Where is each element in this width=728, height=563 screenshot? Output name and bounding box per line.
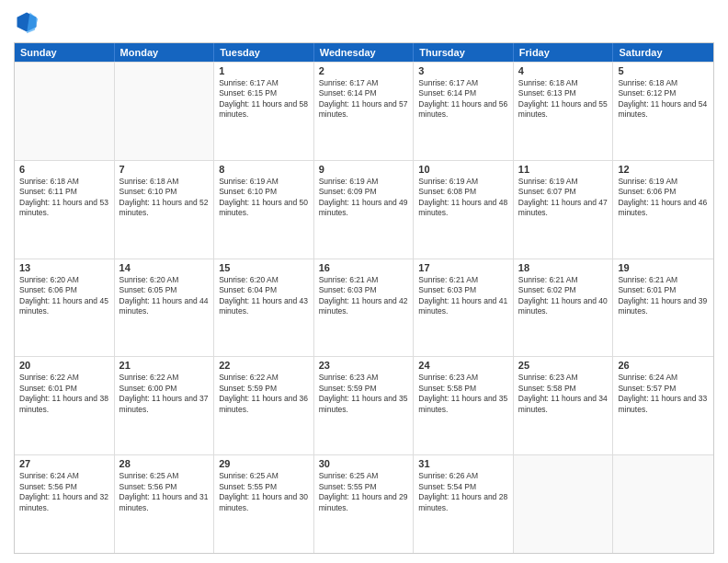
cell-content: Sunrise: 6:19 AM Sunset: 6:10 PM Dayligh… [219,177,309,219]
cal-header-monday: Monday [115,43,215,62]
cal-cell-18: 18Sunrise: 6:21 AM Sunset: 6:02 PM Dayli… [514,259,614,357]
day-number: 30 [319,458,409,469]
cal-header-thursday: Thursday [414,43,514,62]
cell-content: Sunrise: 6:24 AM Sunset: 5:57 PM Dayligh… [618,373,709,415]
cell-content: Sunrise: 6:17 AM Sunset: 6:14 PM Dayligh… [319,78,409,121]
cell-content: Sunrise: 6:23 AM Sunset: 5:58 PM Dayligh… [518,373,609,415]
cal-cell-27: 27Sunrise: 6:24 AM Sunset: 5:56 PM Dayli… [15,455,115,553]
cal-cell-20: 20Sunrise: 6:22 AM Sunset: 6:01 PM Dayli… [15,357,115,454]
cell-content: Sunrise: 6:23 AM Sunset: 5:59 PM Dayligh… [319,373,409,415]
cal-cell-1: 1Sunrise: 6:17 AM Sunset: 6:15 PM Daylig… [214,63,314,160]
week-row-4: 20Sunrise: 6:22 AM Sunset: 6:01 PM Dayli… [15,356,713,454]
day-number: 21 [119,360,210,371]
cell-content: Sunrise: 6:19 AM Sunset: 6:06 PM Dayligh… [618,177,709,219]
week-row-2: 6Sunrise: 6:18 AM Sunset: 6:11 PM Daylig… [15,160,713,259]
cell-content: Sunrise: 6:18 AM Sunset: 6:12 PM Dayligh… [618,78,709,121]
cal-cell-7: 7Sunrise: 6:18 AM Sunset: 6:10 PM Daylig… [115,161,215,259]
cal-header-tuesday: Tuesday [214,43,314,62]
calendar: SundayMondayTuesdayWednesdayThursdayFrid… [14,42,714,554]
day-number: 28 [119,458,210,469]
week-row-5: 27Sunrise: 6:24 AM Sunset: 5:56 PM Dayli… [15,454,713,553]
day-number: 7 [119,164,210,175]
cell-content: Sunrise: 6:26 AM Sunset: 5:54 PM Dayligh… [418,471,508,513]
cal-cell-31: 31Sunrise: 6:26 AM Sunset: 5:54 PM Dayli… [414,455,514,553]
day-number: 6 [19,164,109,175]
cal-header-wednesday: Wednesday [314,43,415,62]
page: SundayMondayTuesdayWednesdayThursdayFrid… [0,0,728,563]
cell-content: Sunrise: 6:23 AM Sunset: 5:58 PM Dayligh… [418,373,508,415]
cal-cell-23: 23Sunrise: 6:23 AM Sunset: 5:59 PM Dayli… [314,357,415,454]
cal-cell-21: 21Sunrise: 6:22 AM Sunset: 6:00 PM Dayli… [115,357,215,454]
cal-cell-6: 6Sunrise: 6:18 AM Sunset: 6:11 PM Daylig… [15,161,115,259]
day-number: 9 [319,164,409,175]
day-number: 4 [518,65,609,76]
cal-cell-17: 17Sunrise: 6:21 AM Sunset: 6:03 PM Dayli… [414,259,514,357]
cell-content: Sunrise: 6:21 AM Sunset: 6:01 PM Dayligh… [618,275,709,317]
week-row-1: 1Sunrise: 6:17 AM Sunset: 6:15 PM Daylig… [15,62,713,160]
cal-header-saturday: Saturday [613,43,713,62]
cell-content: Sunrise: 6:25 AM Sunset: 5:56 PM Dayligh… [119,471,210,513]
day-number: 12 [618,164,709,175]
day-number: 8 [219,164,309,175]
day-number: 10 [418,164,508,175]
cal-cell-26: 26Sunrise: 6:24 AM Sunset: 5:57 PM Dayli… [613,357,713,454]
day-number: 26 [618,360,709,371]
day-number: 3 [418,65,508,76]
day-number: 23 [319,360,409,371]
cell-content: Sunrise: 6:20 AM Sunset: 6:05 PM Dayligh… [119,275,210,317]
cell-content: Sunrise: 6:25 AM Sunset: 5:55 PM Dayligh… [319,471,409,513]
cell-content: Sunrise: 6:22 AM Sunset: 5:59 PM Dayligh… [219,373,309,415]
cell-content: Sunrise: 6:19 AM Sunset: 6:09 PM Dayligh… [319,177,409,219]
cell-content: Sunrise: 6:22 AM Sunset: 6:00 PM Dayligh… [119,373,210,415]
day-number: 5 [618,65,709,76]
cal-cell-empty-w0c1 [115,63,215,160]
logo [14,9,43,35]
cell-content: Sunrise: 6:25 AM Sunset: 5:55 PM Dayligh… [219,471,309,513]
cal-cell-12: 12Sunrise: 6:19 AM Sunset: 6:06 PM Dayli… [613,161,713,259]
cal-cell-11: 11Sunrise: 6:19 AM Sunset: 6:07 PM Dayli… [514,161,614,259]
cell-content: Sunrise: 6:17 AM Sunset: 6:14 PM Dayligh… [418,78,508,121]
cal-cell-30: 30Sunrise: 6:25 AM Sunset: 5:55 PM Dayli… [314,455,415,553]
day-number: 24 [418,360,508,371]
day-number: 27 [19,458,109,469]
day-number: 11 [518,164,609,175]
cal-cell-4: 4Sunrise: 6:18 AM Sunset: 6:13 PM Daylig… [514,63,614,160]
cal-cell-empty-w4c6 [613,455,713,553]
day-number: 25 [518,360,609,371]
cal-cell-13: 13Sunrise: 6:20 AM Sunset: 6:06 PM Dayli… [15,259,115,357]
cal-cell-15: 15Sunrise: 6:20 AM Sunset: 6:04 PM Dayli… [214,259,314,357]
cal-cell-25: 25Sunrise: 6:23 AM Sunset: 5:58 PM Dayli… [514,357,614,454]
cell-content: Sunrise: 6:24 AM Sunset: 5:56 PM Dayligh… [19,471,109,513]
day-number: 17 [418,262,508,273]
day-number: 22 [219,360,309,371]
cal-header-sunday: Sunday [15,43,115,62]
cal-cell-5: 5Sunrise: 6:18 AM Sunset: 6:12 PM Daylig… [613,63,713,160]
header [14,9,714,35]
cell-content: Sunrise: 6:18 AM Sunset: 6:10 PM Dayligh… [119,177,210,219]
day-number: 2 [319,65,409,76]
cal-cell-28: 28Sunrise: 6:25 AM Sunset: 5:56 PM Dayli… [115,455,215,553]
day-number: 18 [518,262,609,273]
cal-header-friday: Friday [514,43,614,62]
day-number: 31 [418,458,508,469]
cell-content: Sunrise: 6:17 AM Sunset: 6:15 PM Dayligh… [219,78,309,121]
cal-cell-29: 29Sunrise: 6:25 AM Sunset: 5:55 PM Dayli… [214,455,314,553]
cal-cell-10: 10Sunrise: 6:19 AM Sunset: 6:08 PM Dayli… [414,161,514,259]
day-number: 20 [19,360,109,371]
cell-content: Sunrise: 6:19 AM Sunset: 6:08 PM Dayligh… [418,177,508,219]
cell-content: Sunrise: 6:18 AM Sunset: 6:11 PM Dayligh… [19,177,109,219]
cal-cell-14: 14Sunrise: 6:20 AM Sunset: 6:05 PM Dayli… [115,259,215,357]
cal-cell-empty-w4c5 [514,455,614,553]
day-number: 14 [119,262,210,273]
cal-cell-empty-w0c0 [15,63,115,160]
cell-content: Sunrise: 6:20 AM Sunset: 6:04 PM Dayligh… [219,275,309,317]
logo-icon [14,9,40,35]
cal-cell-2: 2Sunrise: 6:17 AM Sunset: 6:14 PM Daylig… [314,63,415,160]
cal-cell-16: 16Sunrise: 6:21 AM Sunset: 6:03 PM Dayli… [314,259,415,357]
cell-content: Sunrise: 6:22 AM Sunset: 6:01 PM Dayligh… [19,373,109,415]
day-number: 29 [219,458,309,469]
day-number: 15 [219,262,309,273]
cal-cell-3: 3Sunrise: 6:17 AM Sunset: 6:14 PM Daylig… [414,63,514,160]
day-number: 1 [219,65,309,76]
cell-content: Sunrise: 6:18 AM Sunset: 6:13 PM Dayligh… [518,78,609,121]
